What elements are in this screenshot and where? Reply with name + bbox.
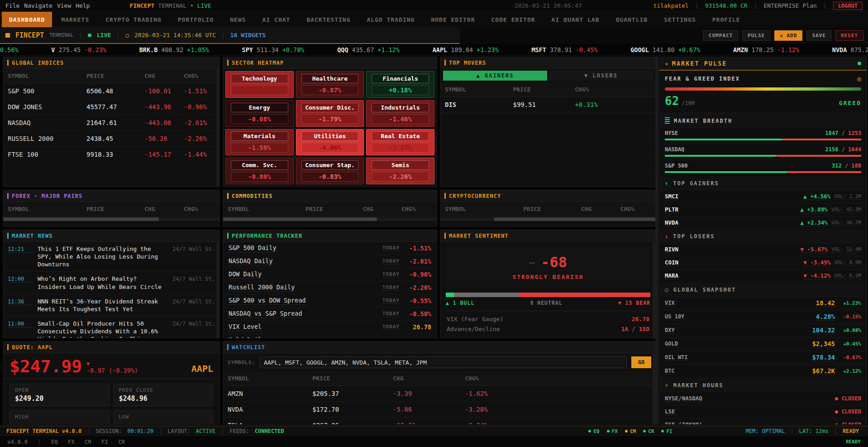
save-button[interactable]: SAVE: [806, 30, 831, 41]
index-row-ftse-100[interactable]: FTSE 1009918.33-145.17-1.44%: [3, 147, 219, 163]
logout-button[interactable]: LOGOUT: [833, 2, 863, 10]
watchlist-row-tsla[interactable]: TSLA$267.06-12.31-3.24%: [223, 418, 656, 425]
symbols-input[interactable]: [260, 356, 627, 368]
index-row-dow-jones[interactable]: DOW JONES45577.47-443.96-0.96%: [3, 99, 219, 115]
perf-row-dow-daily[interactable]: DOW DailyTODAY-0.96%: [223, 268, 437, 281]
footer-tag-fi: FI: [101, 438, 108, 445]
index-row-russell-2000[interactable]: RUSSELL 20002438.45-56.26-2.26%: [3, 131, 219, 147]
news-scrollbar[interactable]: [216, 242, 219, 338]
ticker-item-amzn[interactable]: AMZN178.25-1.12%: [733, 46, 799, 53]
sector-tile-consumer-stap[interactable]: Consumer Stap.-0.83%: [296, 158, 364, 184]
reset-button[interactable]: RESET: [835, 30, 863, 41]
menu-navigate[interactable]: Navigate: [24, 2, 52, 9]
sector-tile-financials[interactable]: Financials+0.18%: [366, 71, 434, 98]
snapshot-row-vix[interactable]: VIX18.42+1.23%: [659, 296, 867, 310]
pulse-button[interactable]: PULSE: [742, 30, 770, 41]
menu-view[interactable]: View: [57, 2, 71, 9]
movers-tab-losers[interactable]: ▼ LOSERS: [549, 71, 653, 81]
tab-settings[interactable]: SETTINGS: [657, 12, 703, 27]
compact-button[interactable]: COMPACT: [703, 30, 738, 41]
snapshot-row-us-10y[interactable]: US 10Y4.28%-0.15%: [659, 310, 867, 323]
menu-file[interactable]: File: [5, 2, 19, 9]
crypto-h-scrollbar[interactable]: [440, 217, 656, 221]
perf-row-vix-level[interactable]: VIX LevelTODAY26.78: [223, 321, 437, 334]
indices-scrollbar[interactable]: [216, 69, 219, 187]
tab-ai-quant-lab[interactable]: AI QUANT LAB: [544, 12, 607, 27]
bull-count: ▲ 1 BULL: [446, 300, 474, 306]
tab-node-editor[interactable]: NODE EDITOR: [424, 12, 482, 27]
ticker-item-spy[interactable]: SPY511.34+0.78%: [242, 46, 305, 53]
mover-row-dis[interactable]: DIS$99.51+0.31%: [440, 97, 656, 113]
loser-row-coin[interactable]: COIN▼ -3.45%VOL: 8.9M: [659, 256, 867, 269]
sector-tile-technology[interactable]: Technology-2.27%: [225, 71, 294, 98]
tab-news[interactable]: NEWS: [223, 12, 253, 27]
ticker-item-aapl[interactable]: AAPL189.84+1.23%: [433, 46, 499, 53]
snapshot-row-btc[interactable]: BTC$67.2K+2.12%: [659, 364, 867, 378]
sector-tile-healthcare[interactable]: Healthcare-0.87%: [296, 71, 364, 98]
perf-row-nasdaq-vs-s-p-spread[interactable]: NASDAQ vs S&P SpreadTODAY-0.50%: [223, 308, 437, 321]
sector-tile-energy[interactable]: Energy-0.08%: [225, 100, 294, 127]
sidebar-scrollbar[interactable]: [655, 57, 658, 425]
sector-tile-consumer-disc[interactable]: Consumer Disc.-1.79%: [296, 100, 364, 127]
commodities-h-scrollbar[interactable]: [223, 217, 437, 221]
market-hours-row-lse: LSECLOSED: [659, 405, 867, 418]
fear-greed-mood: GREED: [839, 100, 861, 106]
ticker-item[interactable]: 0.56%: [0, 46, 19, 53]
col-chg: CHG%: [401, 206, 432, 212]
perf-row-nasdaq-daily[interactable]: NASDAQ DailyTODAY-2.01%: [223, 255, 437, 268]
sector-tile-real-estate[interactable]: Real Estate-3.17%: [366, 129, 434, 156]
ticker-item-qqq[interactable]: QQQ435.67+1.12%: [337, 46, 400, 53]
forex-h-scrollbar[interactable]: [3, 217, 219, 221]
snapshot-row-oil-wti[interactable]: OIL WTI$78.34-0.67%: [659, 351, 867, 364]
index-row-nasdaq[interactable]: NASDAQ21647.61-443.08-2.01%: [3, 115, 219, 131]
perf-row-russell-2000-daily[interactable]: Russell 2000 DailyTODAY-2.26%: [223, 281, 437, 294]
gainer-row-nvda[interactable]: NVDA▲ +2.34%VOL: 38.7M: [659, 216, 867, 229]
tab-ai-chat[interactable]: AI CHAT: [255, 12, 298, 27]
tab-profile[interactable]: PROFILE: [705, 12, 748, 27]
watchlist-row-amzn[interactable]: AMZN$205.37-3.39-1.62%: [223, 386, 656, 402]
news-item[interactable]: 11:36NNN REIT’s 36-Year Dividend Streak …: [3, 294, 219, 317]
tab-backtesting[interactable]: BACKTESTING: [299, 12, 358, 27]
tab-markets[interactable]: MARKETS: [54, 12, 96, 27]
ticker-item-googl[interactable]: GOOGL141.80+0.67%: [630, 46, 700, 53]
ticker-item-v[interactable]: V275.45-0.23%: [51, 46, 106, 53]
gainer-row-smci[interactable]: SMCI▲ +4.56%VOL: 2.1M: [659, 190, 867, 203]
perf-row-gold-daily[interactable]: Gold DailyTODAY-0.56%: [223, 334, 437, 338]
movers-tab-gainers[interactable]: ▲ GAINERS: [443, 71, 547, 81]
tab-dashboard[interactable]: DASHBOARD: [2, 12, 52, 27]
add-button[interactable]: + ADD: [774, 30, 802, 41]
ticker-item-nvda[interactable]: NVDA875.28+2.34%: [832, 46, 868, 53]
perf-row-s-p-500-vs-dow-spread[interactable]: S&P 500 vs DOW SpreadTODAY-0.55%: [223, 294, 437, 308]
tab-portfolio[interactable]: PORTFOLIO: [171, 12, 221, 27]
ticker-item-msft[interactable]: MSFT378.91-0.45%: [531, 46, 597, 53]
snapshot-row-dxy[interactable]: DXY104.32+0.08%: [659, 323, 867, 337]
ticker-item-brk-b[interactable]: BRK.B408.92+1.05%: [139, 46, 209, 53]
menu-help[interactable]: Help: [76, 2, 90, 9]
tab-code-editor[interactable]: CODE EDITOR: [484, 12, 543, 27]
loser-row-mara[interactable]: MARA▼ -4.12%VOL: 6.2M: [659, 269, 867, 282]
gainer-row-pltr[interactable]: PLTR▲ +3.89%VOL: 45.3M: [659, 203, 867, 216]
snapshot-row-gold[interactable]: GOLD$2,345+0.45%: [659, 337, 867, 351]
header-account-group: tilakpatel | 931548.00 CR | ENTERPRISE P…: [653, 2, 863, 10]
news-item[interactable]: 11:00Small-Cap Oil Producer Hits 50 Cons…: [3, 317, 219, 338]
sector-tile-comm-svc[interactable]: Comm. Svc.-0.80%: [225, 158, 294, 184]
tab-algo-trading[interactable]: ALGO TRADING: [359, 12, 422, 27]
panel-title: CRYPTOCURRENCY: [449, 193, 501, 199]
index-row-s-p-500[interactable]: S&P 5006506.48-100.01-1.51%: [3, 83, 219, 99]
sector-tile-materials[interactable]: Materials-1.59%: [225, 129, 294, 156]
sector-tile-semis[interactable]: Semis-2.26%: [366, 158, 434, 184]
tab-crypto-trading[interactable]: CRYPTO TRADING: [98, 12, 169, 27]
loser-row-rivn[interactable]: RIVN▼ -5.67%VOL: 12.4M: [659, 243, 867, 256]
closed-dot-icon: [835, 423, 838, 425]
sector-tile-industrials[interactable]: Industrials-1.46%: [366, 100, 434, 127]
breadth-bars-icon: [665, 117, 670, 124]
watchlist-row-nvda[interactable]: NVDA$172.70-5.86-3.28%: [223, 402, 656, 418]
tab-quantlib[interactable]: QUANTLIB: [609, 12, 655, 27]
news-item[interactable]: 12:21This 1 ETF Keeps Outrallying the SP…: [3, 242, 219, 272]
go-button[interactable]: GO: [631, 356, 651, 368]
news-item[interactable]: 12:00Who’s Right on Arbor Realty? Inside…: [3, 272, 219, 294]
feeds-status: CONNECTED: [255, 428, 284, 434]
sentiment-score: -68: [541, 254, 567, 271]
perf-row-s-p-500-daily[interactable]: S&P 500 DailyTODAY-1.51%: [223, 242, 437, 255]
sector-tile-utilities[interactable]: Utilities-4.06%: [296, 129, 364, 156]
